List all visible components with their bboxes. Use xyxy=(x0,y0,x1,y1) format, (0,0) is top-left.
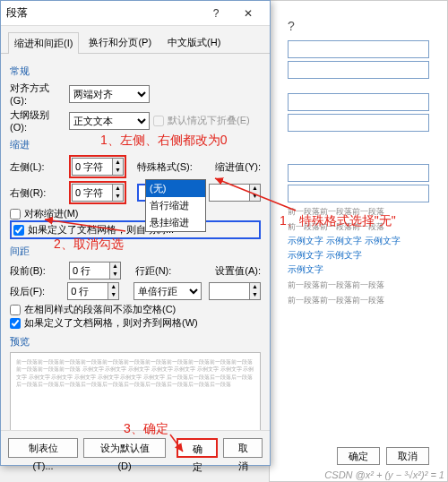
indent-left-label: 左侧(L): xyxy=(10,160,65,174)
help-button[interactable]: ? xyxy=(200,2,232,25)
indentval-label: 缩进值(Y): xyxy=(215,160,261,174)
bg-field[interactable] xyxy=(288,185,429,202)
background-parent-window: ? 前一段落前一段落前一段落 前一段落前一段落前一段落 示例文字 示例文字 示例… xyxy=(269,0,448,482)
spin-down-icon[interactable]: ▼ xyxy=(108,291,118,299)
tab-cjk[interactable]: 中文版式(H) xyxy=(161,31,227,53)
paragraph-dialog: 段落 ? ✕ 缩进和间距(I) 换行和分页(P) 中文版式(H) 常规 对齐方式… xyxy=(0,0,271,466)
indent-right-highlight: ▲▼ xyxy=(69,181,126,204)
spin-up-icon[interactable]: ▲ xyxy=(249,283,260,291)
bg-field[interactable] xyxy=(288,61,429,79)
tabs-button[interactable]: 制表位(T)... xyxy=(8,438,78,458)
align-select[interactable]: 两端对齐 xyxy=(69,85,150,103)
spin-down-icon[interactable]: ▼ xyxy=(249,291,260,299)
bg-field[interactable] xyxy=(288,40,429,58)
section-spacing: 间距 xyxy=(10,245,261,258)
indent-right-label: 右侧(R): xyxy=(10,186,65,200)
linespace-select[interactable]: 单倍行距 xyxy=(134,282,202,300)
dialog-footer: 制表位(T)... 设为默认值(D) 确定 取消 xyxy=(1,430,270,465)
auto-grid-checkbox-highlight[interactable]: 如果定义了文档网格，则自动调... xyxy=(10,220,261,239)
bg-gray-text: 前一段落前一段落前一段落 xyxy=(288,295,429,306)
indent-left-right-highlight: ▲▼ xyxy=(69,155,126,178)
section-indent: 缩进 xyxy=(10,138,261,151)
bg-cancel-button[interactable]: 取消 xyxy=(386,447,429,465)
bg-gray-text: 前一段落前一段落前一段落 xyxy=(288,206,429,218)
collapse-checkbox[interactable]: 默认情况下折叠(E) xyxy=(153,114,250,127)
dropdown-option-none[interactable]: (无) xyxy=(146,180,205,197)
mirror-indent-checkbox[interactable]: 对称缩进(M) xyxy=(10,207,261,220)
nospace-checkbox[interactable]: 在相同样式的段落间不添加空格(C) xyxy=(10,303,261,316)
grid-align-checkbox[interactable]: 如果定义了文档网格，则对齐到网格(W) xyxy=(10,316,261,330)
tab-indent-spacing[interactable]: 缩进和间距(I) xyxy=(8,32,79,54)
section-preview: 预览 xyxy=(10,335,261,349)
outline-label: 大纲级别(O): xyxy=(10,108,65,133)
preview-box: 前一段落前一段落前一段落前一段落前一段落前一段落前一段落前一段落前一段落前一段落… xyxy=(10,352,261,430)
bg-gray-text: 前一段落前一段落前一段落 xyxy=(288,221,429,233)
cancel-button[interactable]: 取消 xyxy=(223,438,263,458)
bg-field[interactable] xyxy=(288,164,429,182)
bg-field[interactable] xyxy=(288,93,429,111)
set-default-button[interactable]: 设为默认值(D) xyxy=(83,438,166,458)
spin-up-icon[interactable]: ▲ xyxy=(112,185,123,193)
bg-gray-text: 前一段落前一段落前一段落 xyxy=(288,280,429,291)
setval-spinner[interactable]: ▲▼ xyxy=(209,282,261,300)
bg-sample-text: 示例文字 xyxy=(288,263,429,276)
special-label: 特殊格式(S): xyxy=(137,160,193,174)
ok-button[interactable]: 确定 xyxy=(177,438,218,458)
outline-select[interactable]: 正文文本 xyxy=(69,112,150,130)
indent-right-spinner[interactable]: ▲▼ xyxy=(72,184,124,202)
spin-down-icon[interactable]: ▼ xyxy=(109,271,120,279)
spin-up-icon[interactable]: ▲ xyxy=(108,283,118,291)
indentval-spinner[interactable]: ▲▼ xyxy=(209,184,261,202)
spin-up-icon[interactable]: ▲ xyxy=(249,185,260,193)
tab-line-page[interactable]: 换行和分页(P) xyxy=(82,31,158,53)
spin-down-icon[interactable]: ▼ xyxy=(112,193,123,201)
bg-help-icon[interactable]: ? xyxy=(288,19,429,33)
dropdown-option-firstline[interactable]: 首行缩进 xyxy=(146,197,205,214)
before-label: 段前(B): xyxy=(10,264,65,278)
bg-sample-text: 示例文字 示例文字 示例文字 xyxy=(288,235,429,247)
titlebar: 段落 ? ✕ xyxy=(1,1,270,26)
special-format-dropdown: (无) 首行缩进 悬挂缩进 xyxy=(145,179,206,232)
spin-down-icon[interactable]: ▼ xyxy=(249,193,260,201)
spin-up-icon[interactable]: ▲ xyxy=(109,263,120,271)
close-button[interactable]: ✕ xyxy=(232,2,264,25)
bg-ok-button[interactable]: 确定 xyxy=(337,447,380,465)
watermark: CSDN @x² + (y − ³√x²)² = 1 xyxy=(324,469,444,480)
section-general: 常规 xyxy=(10,65,261,78)
bg-field[interactable] xyxy=(288,114,429,132)
spin-down-icon[interactable]: ▼ xyxy=(112,167,123,175)
bg-sample-text: 示例文字 示例文字 xyxy=(288,249,429,262)
after-label: 段后(F): xyxy=(10,285,64,298)
setval-label: 设置值(A): xyxy=(215,264,261,278)
spin-up-icon[interactable]: ▲ xyxy=(112,159,123,167)
dialog-content: 常规 对齐方式(G): 两端对齐 大纲级别(O): 正文文本 默认情况下折叠(E… xyxy=(1,54,270,430)
linespace-label: 行距(N): xyxy=(135,264,171,278)
indent-left-spinner[interactable]: ▲▼ xyxy=(72,158,124,176)
after-spinner[interactable]: ▲▼ xyxy=(67,282,119,300)
tabs: 缩进和间距(I) 换行和分页(P) 中文版式(H) xyxy=(1,26,270,54)
align-label: 对齐方式(G): xyxy=(10,82,65,106)
dialog-title: 段落 xyxy=(6,5,200,21)
before-spinner[interactable]: ▲▼ xyxy=(69,262,121,280)
dropdown-option-hanging[interactable]: 悬挂缩进 xyxy=(146,214,205,231)
